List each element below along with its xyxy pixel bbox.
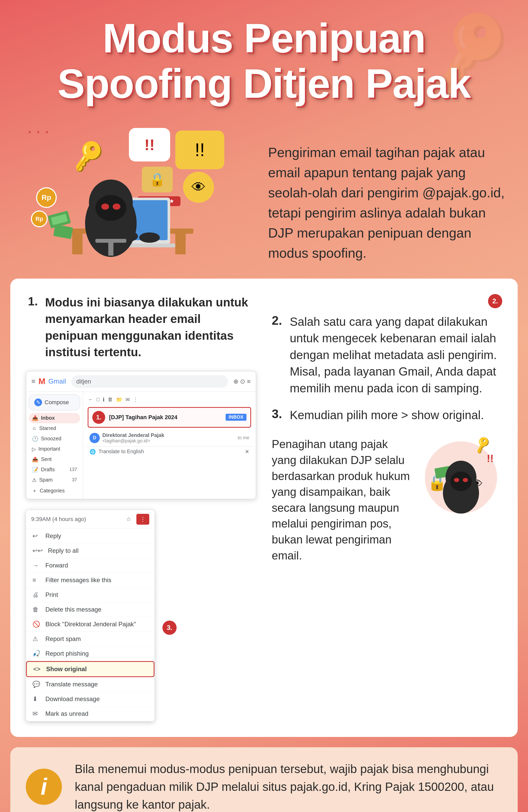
- step-3-dropdown-badge: 3.: [162, 621, 177, 635]
- step-1-text: Modus ini biasanya dilakukan untuk menya…: [45, 294, 256, 361]
- svg-point-26: [450, 472, 472, 491]
- dropdown-reply[interactable]: ↩ Reply: [26, 529, 155, 543]
- small-hacker-svg: 🔑 !! 🔒 👁: [420, 436, 502, 513]
- info-section: i Bila menemui modus-modus penipuan ters…: [10, 747, 518, 812]
- step-2-badge: 2.: [488, 294, 502, 308]
- dropdown-show-original[interactable]: <> Show original: [26, 661, 155, 677]
- step-1-item: 1. Modus ini biasanya dilakukan untuk me…: [26, 294, 256, 361]
- gmail-nav-inbox[interactable]: 📥 Inbox: [29, 413, 80, 423]
- dropdown-spam[interactable]: ⚠ Report spam: [26, 632, 155, 647]
- gmail-main: ←□ℹ🗑📁✉⋮ 1. [DJP] Tagihan Pajak 2024 INBO…: [83, 392, 256, 499]
- translate-label: Translate to English: [99, 449, 144, 454]
- dropdown-block[interactable]: 🚫 Block "Direktorat Jenderal Pajak": [26, 617, 155, 632]
- gmail-nav-starred[interactable]: ☆ Starred: [29, 423, 80, 434]
- email-subject: [DJP] Tagihan Pajak 2024: [109, 414, 222, 421]
- description-text: Pengiriman email tagihan pajak atau emai…: [268, 142, 508, 263]
- dropdown-translate[interactable]: 💬 Translate message: [26, 677, 155, 692]
- svg-rect-1: [72, 234, 83, 254]
- svg-point-27: [454, 478, 459, 482]
- gmail-nav-drafts[interactable]: 📝 Drafts 137: [29, 465, 80, 475]
- dropdown-header: 9:39AM (4 hours ago) ☆ ⋮: [26, 510, 155, 529]
- email-row-1[interactable]: 1. [DJP] Tagihan Pajak 2024 INBOX: [88, 407, 251, 428]
- page-title: Modus Penipuan Spoofing Ditjen Pajak: [20, 15, 508, 106]
- dropdown-reply-all[interactable]: ↩↩ Reply to all: [26, 543, 155, 558]
- step-3-item: 3. Kemudian pilih more > show original.: [272, 407, 502, 423]
- svg-point-12: [139, 232, 160, 243]
- dropdown-phishing[interactable]: 🎣 Report phishing: [26, 647, 155, 661]
- step-3-text: Kemudian pilih more > show original.: [290, 407, 484, 423]
- dropdown-area: 9:39AM (4 hours ago) ☆ ⋮ ↩ Reply ↩↩ Repl…: [26, 510, 256, 722]
- hacker-illustration: • • • Rp Rp 🔑 !! !! 👁 🔒 ★★★★★: [20, 125, 253, 260]
- small-hacker-illustration: 🔑 !! 🔒 👁: [420, 436, 502, 514]
- three-dots-icon[interactable]: ⋮: [136, 514, 149, 525]
- top-content: • • • Rp Rp 🔑 !! !! 👁 🔒 ★★★★★: [0, 117, 528, 279]
- info-text: Bila menemui modus-modus penipuan terseb…: [75, 760, 502, 812]
- gmail-body: ✎ Compose 📥 Inbox ☆ Starred 🕐 Snoozed ▷ …: [26, 392, 256, 499]
- svg-text:!!: !!: [487, 453, 494, 464]
- gmail-nav-important[interactable]: ▷ Important: [29, 444, 80, 454]
- email-to: to me: [238, 435, 249, 440]
- compose-button[interactable]: ✎ Compose: [29, 394, 80, 410]
- email-sender-row: D Direktorat Jenderal Pajak <tagihan@paj…: [86, 430, 253, 446]
- step-2-item: 2. Salah satu cara yang dapat dilakukan …: [272, 314, 502, 396]
- info-icon: i: [26, 769, 62, 805]
- gmail-sidebar: ✎ Compose 📥 Inbox ☆ Starred 🕐 Snoozed ▷ …: [26, 392, 83, 499]
- gmail-nav-categories[interactable]: ＋ Categories: [29, 485, 80, 496]
- step-3-number: 3.: [272, 407, 286, 421]
- inbox-badge: INBOX: [225, 414, 247, 421]
- left-column: 1. Modus ini biasanya dilakukan untuk me…: [26, 294, 256, 722]
- dropdown-forward[interactable]: → Forward: [26, 558, 155, 573]
- header-section: Modus Penipuan Spoofing Ditjen Pajak: [0, 0, 528, 117]
- gmail-nav-spam[interactable]: ⚠ Spam 37: [29, 475, 80, 485]
- sender-avatar: D: [89, 433, 100, 443]
- dropdown-print[interactable]: 🖨 Print: [26, 588, 155, 602]
- penagihan-area: Penagihan utang pajak yang dilakukan DJP…: [272, 436, 502, 563]
- card-inner: 1. Modus ini biasanya dilakukan untuk me…: [26, 294, 502, 722]
- svg-rect-13: [96, 239, 126, 243]
- gmail-mockup: ≡ M Gmail ditjen ⊕ ⊙ ≡: [26, 371, 256, 499]
- sender-info: Direktorat Jenderal Pajak <tagihan@pajak…: [102, 432, 164, 444]
- gmail-nav-snoozed[interactable]: 🕐 Snoozed: [29, 434, 80, 444]
- svg-rect-14: [108, 243, 114, 256]
- email-number-badge: 1.: [92, 411, 105, 424]
- dropdown-mockup: 9:39AM (4 hours ago) ☆ ⋮ ↩ Reply ↩↩ Repl…: [26, 510, 155, 722]
- gmail-nav-sent[interactable]: 📤 Sent: [29, 454, 80, 465]
- main-card: 1. Modus ini biasanya dilakukan untuk me…: [10, 279, 518, 737]
- svg-point-10: [113, 204, 120, 210]
- dropdown-mark-unread[interactable]: ✉ Mark as unread: [26, 707, 155, 721]
- dropdown-time: 9:39AM (4 hours ago): [31, 516, 86, 523]
- translate-bar[interactable]: 🌐 Translate to English ✕: [86, 446, 253, 457]
- sender-email: <tagihan@pajak.go.id>: [102, 438, 164, 444]
- svg-rect-2: [175, 234, 186, 254]
- gmail-search[interactable]: ditjen: [71, 375, 228, 388]
- sender-name: Direktorat Jenderal Pajak: [102, 432, 164, 438]
- svg-point-8: [96, 195, 126, 221]
- hacker-svg: [33, 151, 219, 260]
- penagihan-text: Penagihan utang pajak yang dilakukan DJP…: [272, 436, 412, 563]
- svg-point-9: [101, 204, 109, 210]
- top-description: Pengiriman email tagihan pajak atau emai…: [268, 122, 508, 263]
- svg-rect-17: [53, 224, 73, 239]
- svg-point-28: [463, 478, 468, 482]
- step-2-text: Salah satu cara yang dapat dilakukan unt…: [290, 314, 502, 396]
- dropdown-filter[interactable]: ≡ Filter messages like this: [26, 573, 155, 588]
- right-column: 2. 2. Salah satu cara yang dapat dilakuk…: [272, 294, 502, 722]
- dropdown-delete[interactable]: 🗑 Delete this message: [26, 602, 155, 617]
- dropdown-download[interactable]: ⬇ Download message: [26, 692, 155, 707]
- gmail-header: ≡ M Gmail ditjen ⊕ ⊙ ≡: [26, 372, 256, 392]
- step-1-number: 1.: [26, 294, 40, 308]
- step-2-number: 2.: [272, 314, 286, 328]
